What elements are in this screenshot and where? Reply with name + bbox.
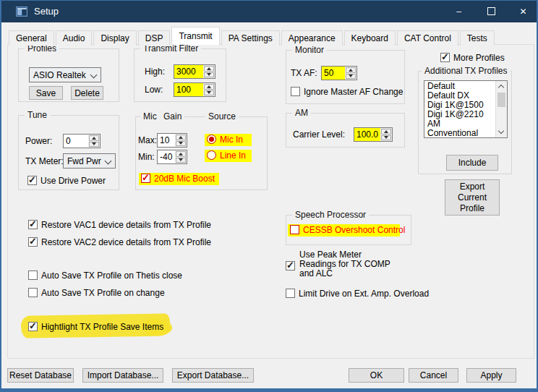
spin-up-icon[interactable] — [176, 151, 186, 157]
ok-button[interactable]: OK — [349, 368, 404, 383]
speech-processor-title: Speech Processor — [292, 210, 369, 220]
checkbox-box — [28, 220, 38, 229]
tx-filter-low-value[interactable]: 100 — [174, 83, 203, 96]
spin-buttons — [380, 128, 392, 141]
carrier-level-spinner[interactable]: 100.0 — [354, 127, 393, 142]
spin-up-icon[interactable] — [89, 135, 99, 141]
txmeter-select[interactable]: Fwd Pwr — [63, 153, 116, 169]
export-current-profile-button[interactable]: Export Current Profile — [445, 179, 500, 216]
tab-appearance[interactable]: Appearance — [281, 30, 343, 46]
radio-dot-icon — [207, 135, 216, 144]
txaf-value[interactable]: 50 — [322, 67, 345, 80]
tab-display[interactable]: Display — [93, 30, 136, 46]
spin-down-icon[interactable] — [204, 90, 214, 96]
profile-select[interactable]: ASIO Realtek — [29, 67, 101, 82]
am-group-title: AM — [292, 108, 311, 118]
spin-down-icon[interactable] — [381, 135, 391, 141]
title-bar[interactable]: Setup – ✕ — [1, 1, 537, 22]
list-item[interactable]: Conventional — [427, 129, 495, 138]
tune-power-spinner[interactable]: 0 — [63, 134, 101, 148]
restore-vac2-checkbox[interactable]: Restore VAC2 device details from TX Prof… — [28, 237, 211, 247]
checkbox-label: Restore VAC1 device details from TX Prof… — [41, 220, 211, 230]
checkbox-label: Hightlight TX Profile Save Items — [41, 322, 163, 332]
spin-down-icon[interactable] — [89, 142, 99, 148]
spin-down-icon[interactable] — [346, 74, 356, 80]
mic-in-radio[interactable]: Mic In — [205, 134, 252, 146]
scroll-down-icon[interactable] — [496, 127, 507, 137]
close-button[interactable]: ✕ — [507, 1, 538, 22]
tab-pa-settings[interactable]: PA Settings — [221, 30, 280, 46]
txmeter-label: TX Meter: — [25, 156, 64, 166]
mic-boost-checkbox[interactable]: 20dB Mic Boost — [139, 173, 219, 185]
mic-gain-max-value[interactable]: 10 — [158, 134, 175, 147]
tab-dsp[interactable]: DSP — [138, 30, 171, 46]
checkbox-label: Use Drive Power — [40, 176, 106, 186]
apply-button[interactable]: Apply — [466, 368, 516, 383]
additional-profiles-title: Additional TX Profiles — [422, 66, 511, 76]
spin-down-icon[interactable] — [176, 141, 186, 147]
carrier-level-value[interactable]: 100.0 — [354, 128, 380, 141]
txaf-label: TX AF: — [291, 68, 317, 78]
tx-filter-high-value[interactable]: 3000 — [174, 65, 203, 78]
line-in-radio[interactable]: Line In — [205, 150, 252, 162]
setup-dialog: Setup – ✕ GeneralAudioDisplayDSPTransmit… — [0, 0, 538, 392]
tx-filter-low-spinner[interactable]: 100 — [174, 82, 215, 97]
scroll-up-icon[interactable] — [496, 81, 507, 92]
list-items: Default Default DX Digi 1K@1500 Digi 1K@… — [424, 81, 495, 137]
tx-filter-high-spinner[interactable]: 3000 — [174, 64, 215, 79]
additional-profiles-listbox[interactable]: Default Default DX Digi 1K@1500 Digi 1K@… — [424, 80, 508, 138]
checkbox-box — [141, 174, 150, 183]
chevron-down-icon — [90, 72, 98, 79]
cancel-button[interactable]: Cancel — [409, 368, 458, 383]
spin-down-icon[interactable] — [176, 158, 186, 163]
import-database-button[interactable]: Import Database... — [82, 368, 163, 383]
checkbox-label: Auto Save TX Profile on change — [41, 288, 165, 298]
limit-drive-checkbox[interactable]: Limit Drive on Ext. Amp. Overload — [286, 289, 429, 299]
radio-circle-icon — [207, 150, 216, 160]
spin-up-icon[interactable] — [381, 129, 391, 135]
scroll-thumb[interactable] — [498, 93, 505, 107]
tab-cat-control[interactable]: CAT Control — [397, 30, 458, 46]
spin-buttons — [88, 135, 100, 148]
save-profile-button[interactable]: Save — [29, 86, 63, 100]
mic-gain-min-value[interactable]: -40 — [158, 150, 175, 163]
use-drive-power-checkbox[interactable]: Use Drive Power — [27, 176, 106, 186]
restore-vac1-checkbox[interactable]: Restore VAC1 device details from TX Prof… — [28, 220, 211, 230]
reset-database-button[interactable]: Reset Database — [7, 368, 74, 383]
mic-gain-max-spinner[interactable]: 10 — [157, 133, 187, 148]
spin-buttons — [175, 150, 187, 163]
checkbox-box — [290, 225, 299, 234]
mic-title: Mic — [140, 111, 160, 122]
checkbox-box — [28, 322, 38, 331]
tab-keyboard[interactable]: Keyboard — [344, 30, 396, 46]
autosave-on-close-checkbox[interactable]: Auto Save TX Profile on Thetis close — [28, 270, 182, 281]
spin-up-icon[interactable] — [346, 67, 356, 73]
checkbox-label: Ignore Master AF Change — [304, 87, 403, 97]
more-profiles-checkbox[interactable]: More Profiles — [440, 53, 505, 63]
spin-up-icon[interactable] — [176, 135, 186, 140]
carrier-level-label: Carrier Level: — [293, 129, 345, 140]
autosave-on-change-checkbox[interactable]: Auto Save TX Profile on change — [28, 288, 165, 298]
mic-min-label: Min: — [138, 152, 155, 162]
peak-meter-checkbox[interactable] — [286, 261, 295, 270]
spin-up-icon[interactable] — [204, 66, 214, 72]
ignore-master-af-checkbox[interactable]: Ignore Master AF Change — [291, 87, 403, 97]
spin-up-icon[interactable] — [204, 84, 214, 90]
tab-transmit[interactable]: Transmit — [171, 27, 219, 45]
minimize-button[interactable]: – — [443, 1, 475, 22]
mic-gain-min-spinner[interactable]: -40 — [157, 150, 187, 164]
scrollbar[interactable] — [495, 81, 507, 137]
tab-audio[interactable]: Audio — [56, 30, 93, 46]
tune-power-value[interactable]: 0 — [64, 135, 88, 148]
spin-down-icon[interactable] — [204, 72, 214, 78]
tab-general[interactable]: General — [9, 30, 54, 46]
maximize-button[interactable] — [475, 1, 508, 22]
txaf-spinner[interactable]: 50 — [321, 66, 357, 80]
checkbox-label: Limit Drive on Ext. Amp. Overload — [299, 289, 429, 299]
highlight-save-items-checkbox[interactable]: Hightlight TX Profile Save Items — [28, 322, 163, 332]
delete-profile-button[interactable]: Delete — [71, 86, 103, 100]
export-database-button[interactable]: Export Database... — [172, 368, 254, 383]
include-button[interactable]: Include — [446, 155, 498, 171]
cessb-overshoot-checkbox[interactable]: CESSB Overshoot Control — [288, 224, 400, 237]
tab-tests[interactable]: Tests — [460, 30, 495, 46]
